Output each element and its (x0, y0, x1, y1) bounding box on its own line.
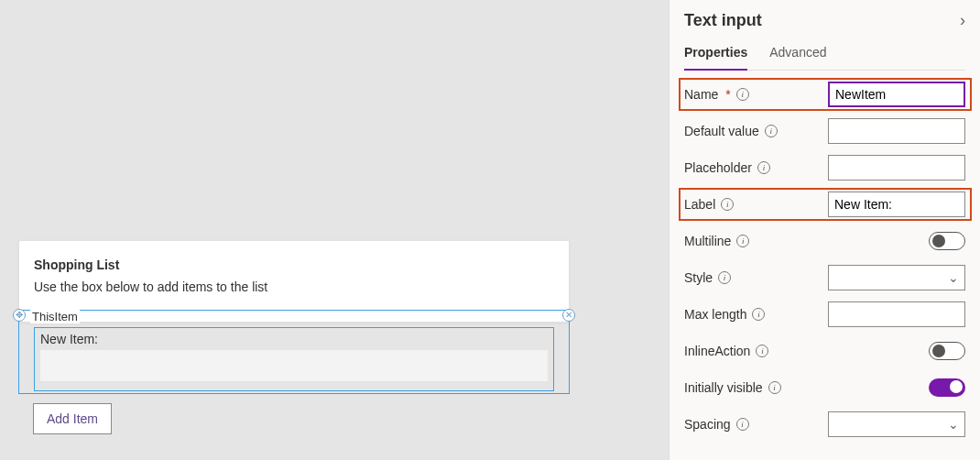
row-placeholder: Placeholder i (684, 149, 965, 186)
selected-control-outline[interactable]: ✥ ThisItem ✕ New Item: (18, 310, 570, 394)
row-default-value: Default value i (684, 113, 965, 149)
row-style: Style i ⌄ (684, 259, 965, 296)
label-inline-action: InlineAction (684, 344, 750, 358)
tab-properties[interactable]: Properties (684, 39, 747, 71)
multiline-toggle[interactable] (929, 232, 965, 250)
label-style: Style (684, 270, 713, 285)
spacing-select[interactable]: ⌄ (828, 411, 965, 437)
card-title: Shopping List (34, 257, 554, 272)
info-icon[interactable]: i (736, 88, 749, 101)
move-handle-icon[interactable]: ✥ (13, 309, 26, 322)
row-spacing: Spacing i ⌄ (684, 406, 965, 443)
row-name: Name* i (684, 76, 965, 113)
info-icon[interactable]: i (756, 345, 768, 357)
max-length-input[interactable] (828, 301, 965, 327)
row-multiline: Multiline i (684, 223, 965, 259)
chevron-down-icon: ⌄ (948, 417, 959, 432)
label-name: Name (684, 87, 718, 102)
info-icon[interactable]: i (736, 418, 749, 431)
row-label-prop: Label i (684, 186, 965, 223)
info-icon[interactable]: i (752, 308, 765, 321)
delete-handle-icon[interactable]: ✕ (562, 309, 575, 322)
label-multiline: Multiline (684, 234, 731, 248)
initially-visible-toggle[interactable] (929, 378, 965, 397)
label-input[interactable] (828, 192, 965, 217)
style-select[interactable]: ⌄ (828, 265, 965, 290)
info-icon[interactable]: i (768, 381, 781, 394)
info-icon[interactable]: i (721, 198, 734, 211)
text-input-box[interactable] (40, 350, 548, 381)
name-input[interactable] (828, 82, 965, 107)
text-input-control[interactable]: New Item: (34, 327, 554, 391)
info-icon[interactable]: i (718, 271, 731, 284)
tab-advanced[interactable]: Advanced (769, 39, 826, 70)
label-initially-visible: Initially visible (684, 380, 763, 395)
chevron-right-icon[interactable]: › (960, 11, 965, 30)
row-initially-visible: Initially visible i (684, 369, 965, 406)
info-icon[interactable]: i (765, 125, 778, 137)
properties-panel: Text input › Properties Advanced Name* i… (669, 0, 980, 460)
text-input-label: New Item: (40, 332, 548, 346)
default-value-input[interactable] (828, 118, 965, 144)
panel-title: Text input (684, 11, 762, 30)
card-subtitle: Use the box below to add items to the li… (34, 279, 554, 294)
add-item-button[interactable]: Add Item (33, 403, 112, 434)
label-default-value: Default value (684, 124, 759, 138)
required-asterisk: * (725, 87, 730, 102)
info-icon[interactable]: i (757, 161, 770, 174)
selected-control-name: ThisItem (30, 310, 80, 323)
info-icon[interactable]: i (736, 235, 749, 247)
inline-action-toggle[interactable] (929, 342, 965, 360)
row-inline-action: InlineAction i (684, 333, 965, 369)
placeholder-input[interactable] (828, 155, 965, 181)
panel-tabs: Properties Advanced (684, 39, 965, 71)
label-max-length: Max length (684, 307, 746, 322)
chevron-down-icon: ⌄ (948, 270, 959, 285)
label-spacing: Spacing (684, 417, 731, 432)
row-max-length: Max length i (684, 296, 965, 333)
label-label: Label (684, 197, 715, 212)
label-placeholder: Placeholder (684, 160, 752, 175)
canvas-area: Shopping List Use the box below to add i… (0, 0, 669, 460)
